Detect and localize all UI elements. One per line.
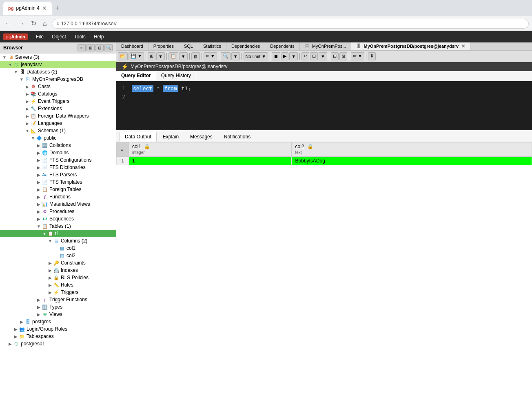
col1-header[interactable]: col1 🔒 integer bbox=[129, 142, 292, 157]
toolbar-edit[interactable]: ✏ ▼ bbox=[204, 52, 217, 60]
result-tab-messages[interactable]: Messages bbox=[185, 132, 218, 142]
toolbar-run-v[interactable]: ▼ bbox=[289, 52, 298, 60]
editor-tab-query[interactable]: Query Editor bbox=[116, 71, 156, 81]
new-tab-button[interactable]: + bbox=[53, 4, 61, 13]
tab-dependencies[interactable]: Dependencies bbox=[226, 42, 265, 50]
toolbar-format[interactable]: ⊟ bbox=[331, 52, 339, 60]
label-mydb: MyOnPremPostgresDB bbox=[32, 76, 83, 82]
toolbar-no-limit[interactable]: No limit ▼ bbox=[244, 52, 268, 60]
address-bar[interactable]: ℹ 127.0.0.1:63374/browser/ bbox=[52, 19, 529, 29]
tree-item-catalogs[interactable]: ▶ 📚 Catalogs bbox=[0, 90, 116, 98]
toolbar-history[interactable]: ⊡ bbox=[310, 52, 318, 60]
tree-item-mat-views[interactable]: ▶ 📊 Materialized Views bbox=[0, 200, 116, 208]
label-triggers: Triggers bbox=[61, 289, 79, 295]
refresh-button[interactable]: ↻ bbox=[29, 19, 38, 28]
code-content[interactable]: select * from t1; bbox=[129, 81, 532, 130]
tree-item-t1[interactable]: ▼ 📋 t1 bbox=[0, 230, 116, 237]
tree-item-databases[interactable]: ▼ 🗄 Databases (2) bbox=[0, 68, 116, 76]
toolbar-run[interactable]: ▶ bbox=[281, 52, 288, 60]
result-tab-explain[interactable]: Explain bbox=[157, 132, 184, 142]
tree-item-postgres-db[interactable]: ▶ 🗄 postgres bbox=[0, 318, 116, 325]
editor-tab-history[interactable]: Query History bbox=[156, 71, 196, 81]
tree-item-col2[interactable]: ▤ col2 bbox=[0, 252, 116, 259]
tree-item-triggers[interactable]: ▶ ⚡ Triggers bbox=[0, 289, 116, 296]
toolbar-copy[interactable]: ⊞ bbox=[148, 52, 155, 60]
tree-item-sequences[interactable]: ▶ 1.3 Sequences bbox=[0, 215, 116, 222]
tree-item-tables[interactable]: ▼ 📋 Tables (1) bbox=[0, 222, 116, 230]
tab-query-editor[interactable]: 🗄 MyOnPremPostgresDB/postgres@jeanydsrv … bbox=[351, 42, 470, 50]
tree-item-collations[interactable]: ▶ 🔤 Collations bbox=[0, 142, 116, 149]
tab-myonprem-short[interactable]: 🗄 MyOnPremPos... bbox=[300, 42, 352, 50]
toolbar-paste-v[interactable]: ▼ bbox=[156, 52, 165, 60]
tree-item-views[interactable]: ▶ 👁 Views bbox=[0, 311, 116, 318]
toolbar-pen[interactable]: ✏ ▼ bbox=[351, 52, 364, 60]
tab-dashboard[interactable]: Dashboard bbox=[116, 42, 149, 50]
tree-item-schemas[interactable]: ▼ 📐 Schemas (1) bbox=[0, 127, 116, 134]
tree-item-extensions[interactable]: ▶ 🔧 Extensions bbox=[0, 105, 116, 112]
menu-tools[interactable]: Tools bbox=[71, 32, 89, 41]
tree-item-col1[interactable]: ▤ col1 bbox=[0, 245, 116, 252]
tree-item-mydb[interactable]: ▼ 🗄 MyOnPremPostgresDB bbox=[0, 76, 116, 83]
menu-help[interactable]: Help bbox=[91, 32, 107, 41]
sidebar-search-btn[interactable]: 🔍 bbox=[104, 44, 113, 51]
forward-button[interactable]: → bbox=[16, 19, 26, 28]
tab-properties[interactable]: Properties bbox=[149, 42, 179, 50]
sidebar-menu-btn[interactable]: ≡ bbox=[78, 44, 86, 51]
tree-item-fts-conf[interactable]: ▶ 📄 FTS Configurations bbox=[0, 156, 116, 164]
tree-item-fts-parser[interactable]: ▶ Aa FTS Parsers bbox=[0, 171, 116, 178]
tab-close-button[interactable]: ✕ bbox=[42, 5, 47, 11]
tab-sql[interactable]: SQL bbox=[179, 42, 198, 50]
menu-file[interactable]: File bbox=[33, 32, 47, 41]
tree-item-foreign-tables[interactable]: ▶ 📋 Foreign Tables bbox=[0, 186, 116, 193]
toolbar-stop[interactable]: ⏹ bbox=[272, 52, 280, 60]
tab-statistics[interactable]: Statistics bbox=[198, 42, 226, 50]
tree-item-constraints[interactable]: ▶ 🔑 Constraints bbox=[0, 259, 116, 267]
home-button[interactable]: ⌂ bbox=[41, 19, 49, 28]
tree-item-postgres01[interactable]: ▶ ⬡ postgres01 bbox=[0, 340, 116, 347]
tree-item-domains[interactable]: ▶ 🌐 Domains bbox=[0, 149, 116, 156]
tree-item-columns[interactable]: ▼ ▤ Columns (2) bbox=[0, 237, 116, 245]
toolbar-filter-v[interactable]: ▼ bbox=[231, 52, 240, 60]
toolbar-paste-v2[interactable]: ▼ bbox=[179, 52, 188, 60]
tree-item-fts-templ[interactable]: ▶ 📄 FTS Templates bbox=[0, 178, 116, 186]
back-button[interactable]: ← bbox=[3, 19, 13, 28]
table-row-1[interactable]: 1 1 BobbyIsADog bbox=[117, 157, 532, 165]
toolbar-format2[interactable]: ⊠ bbox=[339, 52, 347, 60]
tree-item-rls[interactable]: ▶ 🔒 RLS Policies bbox=[0, 274, 116, 281]
menu-object[interactable]: Object bbox=[49, 32, 69, 41]
result-tab-notifications[interactable]: Notifications bbox=[219, 132, 256, 142]
sidebar-collapse-btn[interactable]: ⊟ bbox=[95, 44, 104, 51]
tree-item-functions[interactable]: ▶ ƒ Functions bbox=[0, 193, 116, 200]
browser-tab[interactable]: pg pgAdmin 4 ✕ bbox=[3, 2, 52, 15]
tree-item-indexes[interactable]: ▶ 📇 Indexes bbox=[0, 267, 116, 274]
toolbar-history-v[interactable]: ▼ bbox=[319, 52, 327, 60]
tree-item-servers[interactable]: ▼ 🖥 Servers (3) bbox=[0, 53, 116, 61]
toolbar-copy2[interactable]: 📋 bbox=[168, 52, 178, 60]
tree-item-tablespaces[interactable]: ▶ 📁 Tablespaces bbox=[0, 333, 116, 340]
tree-item-public[interactable]: ▼ 🔷 public bbox=[0, 134, 116, 142]
toolbar-open[interactable]: 📂 bbox=[118, 52, 128, 60]
toolbar-undo[interactable]: ↩ bbox=[301, 52, 309, 60]
col2-header[interactable]: col2 🔒 text bbox=[292, 142, 532, 157]
tree-item-types[interactable]: ▶ 🔠 Types bbox=[0, 303, 116, 311]
toolbar-delete[interactable]: 🗑 bbox=[191, 52, 200, 60]
tree-item-fdw[interactable]: ▶ 📋 Foreign Data Wrappers bbox=[0, 112, 116, 120]
tab-dependents[interactable]: Dependents bbox=[265, 42, 299, 50]
tree-item-languages[interactable]: ▶ 📝 Languages bbox=[0, 120, 116, 127]
tab-close-query[interactable]: ✕ bbox=[461, 44, 465, 49]
result-tab-data-output[interactable]: Data Output bbox=[120, 132, 157, 142]
tree-item-casts[interactable]: ▶ ⚙ Casts bbox=[0, 83, 116, 90]
tree-item-roles[interactable]: ▶ 👥 Login/Group Roles bbox=[0, 325, 116, 333]
tree-item-procedures[interactable]: ▶ ⚙ Procedures bbox=[0, 208, 116, 215]
line-numbers: 1 2 bbox=[116, 81, 129, 130]
toolbar-save[interactable]: 💾 ▼ bbox=[129, 52, 144, 60]
code-editor[interactable]: 1 2 select * from t1; bbox=[116, 81, 532, 130]
sidebar-table-btn[interactable]: ⊞ bbox=[86, 44, 95, 51]
tree-item-event-triggers[interactable]: ▶ ⚡ Event Triggers bbox=[0, 98, 116, 105]
tree-item-trigger-funcs[interactable]: ▶ ƒ Trigger Functions bbox=[0, 296, 116, 303]
toolbar-download[interactable]: ⬇ bbox=[368, 52, 376, 60]
tree-item-rules[interactable]: ▶ 📏 Rules bbox=[0, 281, 116, 289]
toolbar-filter[interactable]: 🔍 bbox=[221, 52, 231, 60]
tree-item-jeanydsrv[interactable]: ▼ ⬡ jeanydsrv bbox=[0, 61, 116, 68]
tree-item-fts-dict[interactable]: ▶ 📄 FTS Dictionaries bbox=[0, 164, 116, 171]
